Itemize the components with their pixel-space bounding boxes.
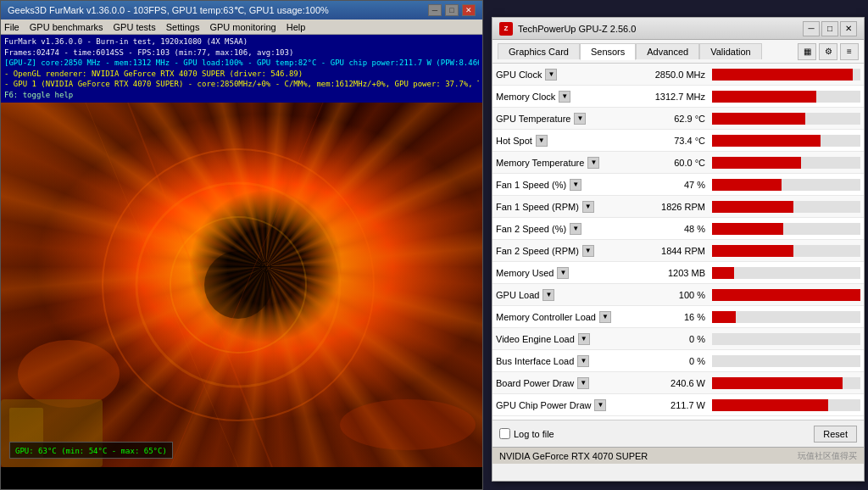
sensor-value-text: 0 % bbox=[640, 334, 712, 344]
gpuz-settings-button[interactable]: ⚙ bbox=[819, 43, 837, 60]
furmark-menubar: File GPU benchmarks GPU tests Settings G… bbox=[1, 19, 482, 35]
sensor-row: Memory Temperature▼60.0 °C bbox=[492, 152, 864, 174]
sensor-name-label: Memory Temperature bbox=[496, 158, 584, 168]
sensor-bar-container bbox=[712, 223, 860, 235]
sensor-dropdown-button[interactable]: ▼ bbox=[582, 201, 594, 213]
log-to-file-checkbox[interactable] bbox=[499, 428, 510, 439]
tab-validation[interactable]: Validation bbox=[699, 43, 762, 59]
sensor-name-label: Fan 2 Speed (%) bbox=[496, 224, 566, 234]
reset-button[interactable]: Reset bbox=[814, 426, 857, 443]
gpuz-close-button[interactable]: ✕ bbox=[840, 21, 857, 36]
sensor-bar-container bbox=[712, 157, 860, 169]
sensor-dropdown-button[interactable]: ▼ bbox=[578, 333, 590, 345]
furmark-window: Geeks3D FurMark v1.36.0.0 - 103FPS, GPU1… bbox=[0, 0, 483, 490]
sensor-row: GPU Load▼100 % bbox=[492, 284, 864, 306]
gpuz-window: Z TechPowerUp GPU-Z 2.56.0 ─ □ ✕ Graphic… bbox=[492, 17, 865, 482]
tab-graphics-card[interactable]: Graphics Card bbox=[498, 43, 580, 59]
sensor-bar-container bbox=[712, 113, 860, 125]
furmark-menu-help[interactable]: Help bbox=[287, 22, 306, 32]
gpu-temp-text: GPU: 63°C (min: 54°C - max: 65°C) bbox=[15, 447, 167, 455]
sensor-name-label: Hot Spot bbox=[496, 136, 532, 146]
sensor-row: GPU Clock▼2850.0 MHz bbox=[492, 64, 864, 86]
sensor-dropdown-button[interactable]: ▼ bbox=[577, 355, 589, 367]
furmark-menu-monitoring[interactable]: GPU monitoring bbox=[209, 22, 275, 32]
sensor-value-text: 1826 RPM bbox=[640, 202, 712, 212]
sensor-name-label: Memory Used bbox=[496, 268, 554, 278]
sensor-value-text: 1203 MB bbox=[640, 268, 712, 278]
sensor-dropdown-button[interactable]: ▼ bbox=[559, 91, 570, 103]
sensor-dropdown-button[interactable]: ▼ bbox=[599, 311, 611, 323]
sensor-row: Memory Clock▼1312.7 MHz bbox=[492, 86, 864, 108]
sensor-bar-container bbox=[712, 289, 860, 301]
svg-point-3 bbox=[204, 251, 272, 319]
sensor-bar bbox=[712, 267, 734, 279]
gpuz-title-text: TechPowerUp GPU-Z 2.56.0 bbox=[518, 24, 636, 34]
sensor-value-text: 47 % bbox=[640, 180, 712, 190]
sensor-dropdown-button[interactable]: ▼ bbox=[536, 135, 548, 147]
sensor-row: GPU Chip Power Draw▼211.7 W bbox=[492, 394, 864, 416]
sensor-bar bbox=[712, 69, 853, 81]
sensor-value-text: 2850.0 MHz bbox=[640, 70, 712, 80]
sensor-value-text: 211.7 W bbox=[640, 400, 712, 410]
sensor-bar bbox=[712, 399, 828, 411]
furmark-menu-settings[interactable]: Settings bbox=[166, 22, 200, 32]
sensor-name-label: Fan 1 Speed (%) bbox=[496, 180, 566, 190]
sensor-bar bbox=[712, 157, 801, 169]
furmark-info-line-1: FurMark v1.36.0.0 - Burn-in test, 1920x1… bbox=[4, 36, 479, 47]
sensor-value-text: 1312.7 MHz bbox=[640, 92, 712, 102]
sensor-dropdown-button[interactable]: ▼ bbox=[545, 69, 557, 81]
sensor-dropdown-button[interactable]: ▼ bbox=[570, 223, 581, 235]
sensor-bar-container bbox=[712, 399, 860, 411]
sensor-dropdown-button[interactable]: ▼ bbox=[577, 377, 589, 389]
sensor-bar-container bbox=[712, 135, 860, 147]
sensor-bar-container bbox=[712, 69, 860, 81]
sensor-dropdown-button[interactable]: ▼ bbox=[582, 245, 594, 257]
sensor-bar bbox=[712, 201, 793, 213]
gpuz-menu-button[interactable]: ≡ bbox=[840, 43, 859, 60]
furmark-menu-benchmarks[interactable]: GPU benchmarks bbox=[30, 22, 103, 32]
sensor-bar bbox=[712, 179, 782, 191]
furmark-close-button[interactable]: ✕ bbox=[462, 4, 476, 16]
sensor-dropdown-button[interactable]: ▼ bbox=[570, 179, 581, 191]
gpuz-minimize-button[interactable]: ─ bbox=[803, 21, 820, 36]
sensor-bar bbox=[712, 245, 793, 257]
sensor-row: Board Power Draw▼240.6 W bbox=[492, 372, 864, 394]
sensor-dropdown-button[interactable]: ▼ bbox=[557, 267, 569, 279]
sensor-bar-container bbox=[712, 377, 860, 389]
sensor-bar bbox=[712, 311, 736, 323]
sensor-dropdown-button[interactable]: ▼ bbox=[574, 113, 586, 125]
furmark-menu-file[interactable]: File bbox=[4, 22, 19, 32]
gpuz-screenshot-button[interactable]: ▦ bbox=[798, 43, 816, 60]
sensor-row: Fan 2 Speed (RPM)▼1844 RPM bbox=[492, 240, 864, 262]
sensor-row: GPU Temperature▼62.9 °C bbox=[492, 108, 864, 130]
sensor-dropdown-button[interactable]: ▼ bbox=[594, 399, 606, 411]
sensor-value-text: 240.6 W bbox=[640, 378, 712, 388]
furmark-menu-tests[interactable]: GPU tests bbox=[114, 22, 156, 32]
furmark-minimize-button[interactable]: ─ bbox=[428, 4, 442, 16]
log-to-file-label[interactable]: Log to file bbox=[499, 428, 554, 439]
sensor-dropdown-button[interactable]: ▼ bbox=[542, 289, 554, 301]
sensor-name-label: Memory Controller Load bbox=[496, 312, 596, 322]
sensor-name-label: Bus Interface Load bbox=[496, 356, 574, 366]
gpuz-tab-container: Graphics Card Sensors Advanced Validatio… bbox=[498, 43, 787, 59]
furmark-maximize-button[interactable]: □ bbox=[445, 4, 459, 16]
svg-point-4 bbox=[18, 340, 120, 408]
furmark-info-line-6: F6: toggle help bbox=[4, 90, 479, 101]
sensor-bar-container bbox=[712, 201, 860, 213]
sensor-value-text: 73.4 °C bbox=[640, 136, 712, 146]
sensor-dropdown-button[interactable]: ▼ bbox=[587, 157, 599, 169]
furmark-info-line-2: Frames:02474 - time:6014SS - FPS:103 (mi… bbox=[4, 47, 479, 58]
sensor-row: Bus Interface Load▼0 % bbox=[492, 350, 864, 372]
gpuz-maximize-button[interactable]: □ bbox=[821, 21, 838, 36]
tab-sensors[interactable]: Sensors bbox=[580, 43, 636, 60]
sensor-bar bbox=[712, 91, 816, 103]
fire-svg-decoration bbox=[1, 103, 482, 467]
sensor-bar-container bbox=[712, 245, 860, 257]
gpuz-sensors-body[interactable]: GPU Clock▼2850.0 MHzMemory Clock▼1312.7 … bbox=[492, 64, 864, 420]
gpuz-footer: Log to file Reset bbox=[492, 420, 864, 447]
gpuz-title-left: Z TechPowerUp GPU-Z 2.56.0 bbox=[499, 22, 636, 36]
sensor-value-text: 100 % bbox=[640, 290, 712, 300]
sensor-bar-container bbox=[712, 267, 860, 279]
tab-advanced[interactable]: Advanced bbox=[636, 43, 699, 59]
furmark-info-panel: FurMark v1.36.0.0 - Burn-in test, 1920x1… bbox=[1, 35, 482, 103]
